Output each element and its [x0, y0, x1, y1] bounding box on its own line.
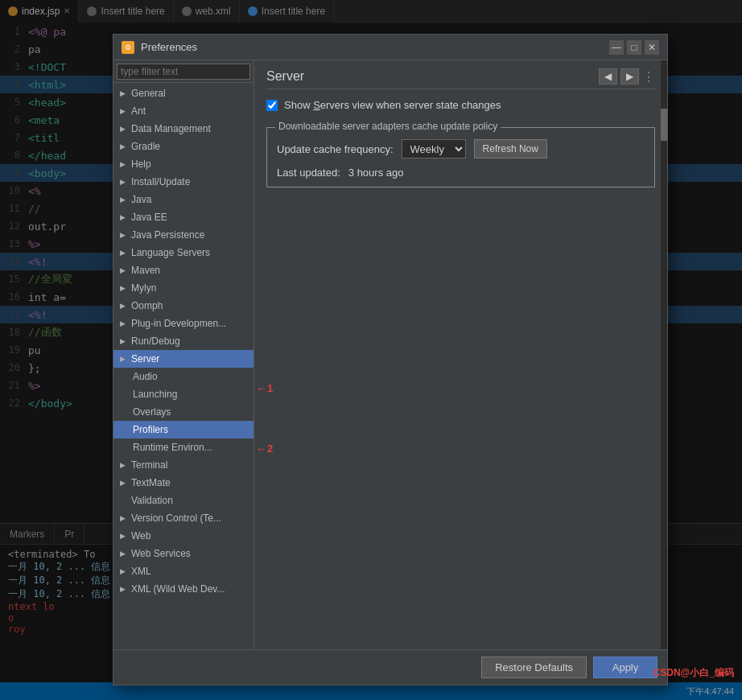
dialog-maximize-button[interactable]: □	[627, 40, 641, 55]
tree-label-java-ee: Java EE	[131, 212, 254, 223]
tree-sub-item-audio[interactable]: Audio	[113, 368, 254, 385]
tree-arrow-maven: ▶	[120, 266, 128, 274]
dialog-scrollbar-thumb[interactable]	[661, 109, 667, 141]
tree-label-language-servers: Language Servers	[131, 247, 254, 258]
show-servers-checkbox[interactable]	[266, 100, 278, 111]
tree-label-plug-in-development: Plug-in Developmen...	[131, 318, 254, 329]
tree-arrow-plug-in-development: ▶	[120, 319, 128, 327]
tree-item-xml-wild[interactable]: ▶XML (Wild Web Dev...	[113, 580, 254, 598]
watermark-text: CSDN@小白_编码	[653, 666, 734, 680]
group-legend-text: Downloadable server adapters cache updat…	[275, 121, 501, 132]
tree-arrow-server: ▶	[120, 355, 128, 363]
content-page-title: Server	[266, 69, 304, 84]
tree-label-ant: Ant	[131, 105, 254, 117]
content-panel: Server ◀ ▶ ⋮ Show Servers view when serv…	[254, 60, 667, 649]
tree-label-gradle: Gradle	[131, 141, 254, 152]
dialog-window-controls: — □ ✕	[609, 40, 659, 55]
tree-item-mylyn[interactable]: ▶Mylyn	[113, 279, 254, 297]
tree-arrow-java: ▶	[120, 196, 128, 204]
tree-label-xml-wild: XML (Wild Web Dev...	[131, 583, 254, 595]
tree-arrow-language-servers: ▶	[120, 249, 128, 257]
cache-policy-group: Downloadable server adapters cache updat…	[266, 127, 655, 187]
tree-filter-input[interactable]	[117, 64, 250, 80]
tree-item-data-management[interactable]: ▶Data Management	[113, 120, 254, 138]
tree-arrow-xml: ▶	[120, 567, 128, 575]
tree-sub-label-launching: Launching	[133, 389, 177, 400]
tree-item-help[interactable]: ▶Help	[113, 155, 254, 173]
tree-label-install-update: Install/Update	[131, 176, 254, 187]
tree-arrow-run-debug: ▶	[120, 337, 128, 345]
nav-more-button[interactable]: ⋮	[642, 69, 655, 84]
tree-label-server: Server	[131, 353, 254, 364]
dialog-title-icon: ⚙	[122, 41, 134, 54]
group-content-area: Update cache frequency: NeverDailyWeekly…	[277, 139, 645, 179]
tree-item-xml[interactable]: ▶XML	[113, 562, 254, 580]
tree-sub-item-profilers[interactable]: Profilers	[113, 421, 254, 439]
tree-item-textmate[interactable]: ▶TextMate	[113, 474, 254, 492]
tree-item-version-control[interactable]: ▶Version Control (Te...	[113, 509, 254, 527]
tree-arrow-web: ▶	[120, 532, 128, 540]
preferences-dialog: ⚙ Preferences — □ ✕ ▶General▶Ant▶Data Ma…	[113, 34, 668, 686]
tree-arrow-version-control: ▶	[120, 514, 128, 522]
dialog-close-button[interactable]: ✕	[645, 40, 659, 55]
apply-button[interactable]: Apply	[593, 657, 657, 678]
dialog-title-text: Preferences	[141, 41, 603, 53]
tree-filter-area	[113, 60, 254, 83]
tree-label-xml: XML	[131, 566, 254, 577]
tree-arrow-gradle: ▶	[120, 142, 128, 150]
tree-item-terminal[interactable]: ▶Terminal	[113, 456, 254, 474]
tree-sub-item-launching[interactable]: Launching	[113, 385, 254, 403]
restore-defaults-button[interactable]: Restore Defaults	[481, 657, 587, 678]
tree-item-run-debug[interactable]: ▶Run/Debug	[113, 332, 254, 350]
tree-arrow-terminal: ▶	[120, 461, 128, 469]
tree-label-terminal: Terminal	[131, 459, 254, 471]
tree-label-help: Help	[131, 159, 254, 170]
tree-arrow-textmate: ▶	[120, 479, 128, 487]
dialog-titlebar: ⚙ Preferences — □ ✕	[113, 35, 667, 60]
tree-label-data-management: Data Management	[131, 123, 254, 134]
tree-item-general[interactable]: ▶General	[113, 84, 254, 102]
update-freq-row: Update cache frequency: NeverDailyWeekly…	[277, 139, 645, 159]
tree-sub-label-profilers: Profilers	[133, 424, 168, 435]
tree-label-oomph: Oomph	[131, 300, 254, 311]
tree-sub-item-runtime-environments[interactable]: Runtime Environ...	[113, 439, 254, 456]
tree-label-java-persistence: Java Persistence	[131, 229, 254, 241]
tree-sub-item-overlays[interactable]: Overlays	[113, 403, 254, 421]
tree-arrow-general: ▶	[120, 89, 128, 97]
nav-back-button[interactable]: ◀	[599, 68, 617, 84]
refresh-now-button[interactable]: Refresh Now	[474, 139, 547, 159]
tree-item-plug-in-development[interactable]: ▶Plug-in Developmen...	[113, 315, 254, 332]
tree-item-gradle[interactable]: ▶Gradle	[113, 138, 254, 155]
dialog-footer: Restore Defaults Apply	[113, 649, 667, 685]
content-title-row: Server ◀ ▶ ⋮	[266, 68, 655, 89]
dialog-minimize-button[interactable]: —	[609, 40, 624, 55]
tree-item-oomph[interactable]: ▶Oomph	[113, 297, 254, 315]
last-updated-value: 3 hours ago	[348, 167, 404, 179]
tree-label-validation: Validation	[131, 495, 254, 506]
update-freq-select[interactable]: NeverDailyWeeklyMonthly	[402, 139, 466, 159]
tree-label-maven: Maven	[131, 265, 254, 276]
tree-arrow-web-services: ▶	[120, 550, 128, 558]
nav-forward-button[interactable]: ▶	[620, 68, 639, 84]
tree-item-server[interactable]: ▶Server	[113, 350, 254, 368]
tree-item-maven[interactable]: ▶Maven	[113, 261, 254, 279]
tree-label-version-control: Version Control (Te...	[131, 513, 254, 524]
tree-item-web-services[interactable]: ▶Web Services	[113, 545, 254, 562]
tree-arrow-java-ee: ▶	[120, 213, 128, 221]
tree-sub-label-overlays: Overlays	[133, 406, 171, 418]
tree-item-web[interactable]: ▶Web	[113, 527, 254, 545]
tree-label-textmate: TextMate	[131, 477, 254, 488]
tree-arrow-install-update: ▶	[120, 178, 128, 186]
tree-item-ant[interactable]: ▶Ant	[113, 102, 254, 120]
tree-label-mylyn: Mylyn	[131, 282, 254, 294]
tree-item-java-persistence[interactable]: ▶Java Persistence	[113, 226, 254, 244]
tree-item-install-update[interactable]: ▶Install/Update	[113, 173, 254, 191]
dialog-scrollbar[interactable]	[661, 60, 667, 649]
tree-arrow-mylyn: ▶	[120, 284, 128, 292]
tree-label-web-services: Web Services	[131, 548, 254, 559]
tree-item-java[interactable]: ▶Java	[113, 191, 254, 208]
tree-arrow-data-management: ▶	[120, 125, 128, 133]
tree-item-java-ee[interactable]: ▶Java EE	[113, 208, 254, 226]
tree-item-language-servers[interactable]: ▶Language Servers	[113, 244, 254, 261]
tree-item-validation[interactable]: Validation	[113, 492, 254, 509]
